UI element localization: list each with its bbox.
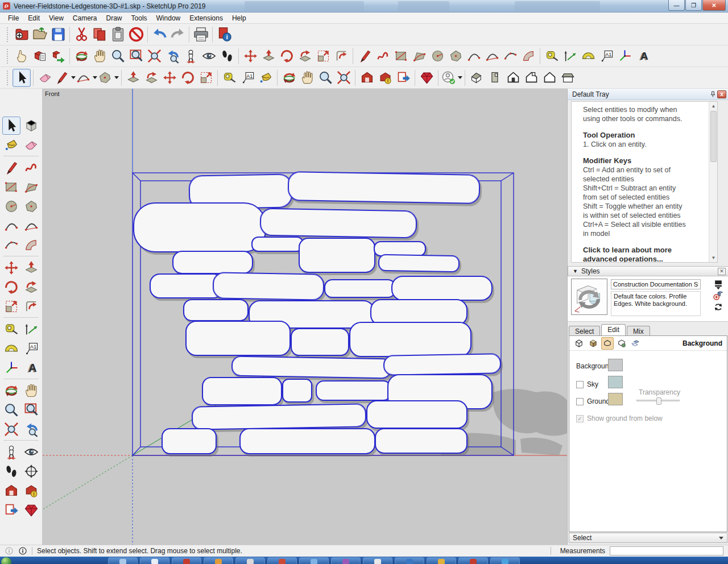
paint-bucket-tool-button[interactable]	[2, 136, 20, 154]
taskbar-app[interactable]	[267, 557, 297, 564]
tray-close-icon[interactable]: x	[717, 90, 726, 98]
rotate2-button[interactable]	[179, 69, 197, 87]
stone[interactable]	[252, 237, 303, 251]
scale-tool-button[interactable]	[2, 297, 20, 316]
sky-checkbox[interactable]	[576, 381, 584, 388]
sky-color-swatch[interactable]	[608, 376, 623, 388]
polygon-button[interactable]	[446, 47, 465, 65]
title-bar[interactable]: Veneer-Fieldstone-Ledgestone-3D-#1.skp -…	[0, 0, 728, 13]
transparency-slider-thumb[interactable]	[656, 397, 661, 405]
model-info-button[interactable]: i	[215, 26, 233, 44]
three-point-arc-tool-button[interactable]	[2, 236, 20, 254]
pan-tool-button[interactable]	[22, 381, 40, 400]
extension-warehouse-tool-button[interactable]	[22, 501, 40, 519]
zoom-button[interactable]	[109, 47, 127, 65]
minimize-button[interactable]: —	[668, 0, 685, 11]
pie-tool-button[interactable]	[22, 236, 40, 254]
stone[interactable]	[375, 429, 467, 453]
taskbar-app[interactable]	[331, 557, 361, 564]
stone[interactable]	[186, 321, 290, 355]
orbit2-button[interactable]	[280, 69, 298, 87]
previous-tool-button[interactable]	[22, 420, 40, 438]
open-button[interactable]	[31, 26, 49, 44]
style-name-field[interactable]	[611, 279, 701, 289]
section-plane-tool-button[interactable]	[22, 462, 40, 480]
geolocation-icon[interactable]	[5, 546, 14, 555]
3d-text-tool-button[interactable]: AA	[22, 359, 40, 377]
dropdown-arrow-icon[interactable]	[114, 76, 119, 79]
taskbar-app[interactable]	[395, 557, 424, 564]
zoom-window-button[interactable]	[127, 47, 145, 65]
style-preview-thumbnail[interactable]	[571, 279, 607, 315]
component-attributes-button[interactable]	[49, 47, 67, 65]
tape-measure-tool-button[interactable]	[2, 320, 20, 338]
text-tool-button[interactable]: A1	[22, 339, 40, 358]
eraser-tool-button[interactable]	[22, 136, 40, 154]
taskbar-app[interactable]	[490, 557, 520, 564]
rotated-rectangle-tool-button[interactable]	[22, 178, 40, 196]
styles-panel-header[interactable]: ▼ Styles ✕	[568, 266, 728, 276]
tab-edit[interactable]: Edit	[601, 324, 626, 335]
move-tool-button[interactable]	[2, 259, 20, 277]
move-button[interactable]	[241, 47, 259, 65]
info-icon[interactable]	[18, 546, 27, 555]
freehand-button[interactable]	[374, 47, 392, 65]
two-point-arc-tool-button[interactable]	[22, 217, 40, 235]
secondary-pane-toggle-icon[interactable]	[713, 279, 724, 290]
taskbar-app[interactable]	[299, 557, 329, 564]
position-camera-tool-button[interactable]	[2, 443, 20, 461]
view-left-button[interactable]	[540, 69, 559, 87]
scroll-down-icon[interactable]: ▼	[710, 254, 717, 262]
start-button[interactable]	[1, 557, 11, 564]
menu-file[interactable]: File	[3, 13, 23, 23]
taskbar-app[interactable]	[458, 557, 488, 564]
stone[interactable]	[374, 242, 425, 256]
erase-button[interactable]	[127, 26, 145, 44]
eraser-button[interactable]	[36, 69, 54, 87]
toolbar-grip[interactable]	[7, 49, 9, 64]
zoom-extents-tool-button[interactable]	[2, 420, 20, 438]
stone[interactable]	[325, 280, 395, 297]
polygon-tool-button[interactable]	[22, 197, 40, 215]
view-front-button[interactable]	[504, 69, 522, 87]
follow-me-button[interactable]	[296, 47, 314, 65]
look-around-button[interactable]	[200, 47, 218, 65]
stone[interactable]	[184, 300, 248, 321]
paste-button[interactable]	[109, 26, 127, 44]
rectangle-button[interactable]	[392, 47, 410, 65]
line-button[interactable]	[355, 47, 374, 65]
stone[interactable]	[134, 203, 266, 252]
menu-draw[interactable]: Draw	[102, 13, 127, 23]
selection-box-edge[interactable]	[501, 173, 514, 181]
line-tool-button[interactable]	[2, 159, 20, 177]
tab-mix[interactable]: Mix	[627, 326, 650, 335]
offset-button[interactable]	[332, 47, 350, 65]
rotate-button[interactable]	[278, 47, 296, 65]
stone[interactable]	[202, 378, 282, 405]
share-component-tool-button[interactable]	[2, 501, 20, 519]
line-menu-button[interactable]	[54, 69, 76, 87]
windows-taskbar[interactable]	[0, 557, 728, 564]
show-ground-checkbox[interactable]: ✓	[576, 415, 584, 422]
taskbar-app[interactable]	[235, 557, 265, 564]
orbit-button[interactable]	[72, 47, 90, 65]
menu-help[interactable]: Help	[228, 13, 251, 23]
sign-in-button[interactable]	[441, 69, 462, 87]
watermark-settings-icon[interactable]	[615, 337, 628, 350]
stone[interactable]	[260, 209, 417, 238]
save-button[interactable]	[49, 26, 67, 44]
stone[interactable]	[299, 238, 375, 272]
component-options-button[interactable]	[31, 47, 49, 65]
stone[interactable]	[232, 356, 391, 379]
stone[interactable]	[240, 429, 375, 454]
share-model-tool-button[interactable]: !	[22, 482, 40, 500]
restore-button[interactable]: ❐	[685, 0, 702, 11]
transparency-slider[interactable]	[636, 400, 680, 401]
taskbar-app[interactable]	[363, 557, 392, 564]
stone[interactable]	[173, 251, 253, 273]
walk-button[interactable]	[218, 47, 236, 65]
select-button[interactable]	[13, 69, 31, 87]
paint-bucket-button[interactable]	[257, 69, 275, 87]
menu-tools[interactable]: Tools	[127, 13, 152, 23]
stone[interactable]	[392, 276, 492, 300]
